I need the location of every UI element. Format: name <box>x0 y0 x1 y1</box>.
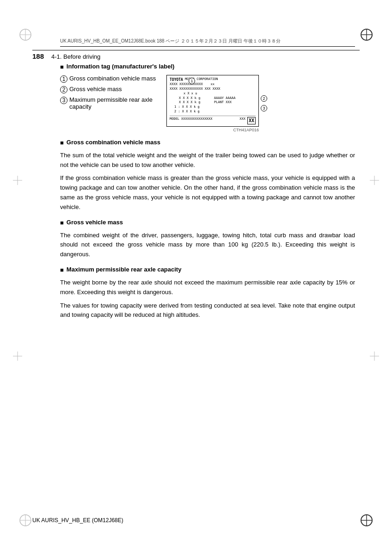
diagram-caption: CTH41AP016 <box>166 128 259 132</box>
section-heading-gvm: ■ Gross vehicle mass <box>60 219 355 226</box>
bullet-mprac: ■ <box>60 266 64 273</box>
para-mprac-2: The values for towing capacity were deri… <box>60 301 355 321</box>
para-mprac-1: The weight borne by the rear axle should… <box>60 278 355 297</box>
diagram-wrapper: TOYOTA MOTOR CORPORATION XXXX XXXXXXXXXX… <box>166 75 259 132</box>
diagram-num-2: 2 <box>261 95 267 102</box>
bullet-gvm: ■ <box>60 219 64 226</box>
corner-mark-tr <box>360 28 374 42</box>
item-num-1: 1 <box>60 75 67 83</box>
section-heading-mprac: ■ Maximum permissible rear axle capacity <box>60 266 355 273</box>
page-header: 188 4-1. Before driving <box>32 50 360 60</box>
side-mark-right-2 <box>370 352 379 362</box>
info-tag-content: 1 Gross combination vehicle mass 2 Gross… <box>60 75 355 132</box>
heading-mprac: Maximum permissible rear axle capacity <box>67 266 182 273</box>
para-gvm-1: The combined weight of the driver, passe… <box>60 231 355 259</box>
side-mark-left-1 <box>13 176 22 186</box>
para-gcvm-2: If the gross combination vehicle mass is… <box>60 173 355 212</box>
main-content: ■ Information tag (manufacturer's label)… <box>60 60 355 324</box>
item-label-2: Gross vehicle mass <box>69 86 122 92</box>
item-num-3: 3 <box>60 97 67 104</box>
corner-mark-bl <box>18 513 32 527</box>
page-number: 188 <box>32 52 44 60</box>
diagram-num-1: 1 <box>189 78 195 84</box>
heading-gcvm: Gross combination vehicle mass <box>67 139 160 146</box>
page-footer: UK AURIS_HV_HB_EE (OM12J68E) <box>32 517 360 524</box>
corner-mark-tl <box>18 28 32 42</box>
list-item-2: 2 Gross vehicle mass <box>60 86 157 93</box>
list-item-3: 3 Maximum permissible rear axle capacity <box>60 96 157 110</box>
info-tag-heading: ■ Information tag (manufacturer's label) <box>60 63 355 70</box>
section-heading-gcvm: ■ Gross combination vehicle mass <box>60 139 355 146</box>
para-gcvm-1: The sum of the total vehicle weight and … <box>60 151 355 170</box>
heading-bullet: ■ <box>60 63 64 70</box>
footer-text: UK AURIS_HV_HB_EE (OM12J68E) <box>32 517 123 524</box>
item-label-3: Maximum permissible rear axle capacity <box>69 96 157 110</box>
bullet-gcvm: ■ <box>60 139 64 146</box>
info-tag-heading-text: Information tag (manufacturer's label) <box>67 63 175 70</box>
item-label-1: Gross combination vehicle mass <box>69 75 156 82</box>
item-num-2: 2 <box>60 86 67 93</box>
diagram-num-3: 3 <box>261 105 267 111</box>
side-mark-left-2 <box>13 352 22 362</box>
corner-mark-br <box>360 513 374 527</box>
chapter-title: 4-1. Before driving <box>51 53 100 60</box>
heading-gvm: Gross vehicle mass <box>67 219 123 226</box>
side-mark-right-1 <box>370 176 379 186</box>
info-tag-list: 1 Gross combination vehicle mass 2 Gross… <box>60 75 157 132</box>
toyota-label-diagram: TOYOTA MOTOR CORPORATION XXXX XXXXXXXXXX… <box>166 75 259 127</box>
list-item-1: 1 Gross combination vehicle mass <box>60 75 157 83</box>
file-info: UK AURIS_HV_HB_OM_EE_OM12J68E.book 188 ペ… <box>60 38 355 47</box>
